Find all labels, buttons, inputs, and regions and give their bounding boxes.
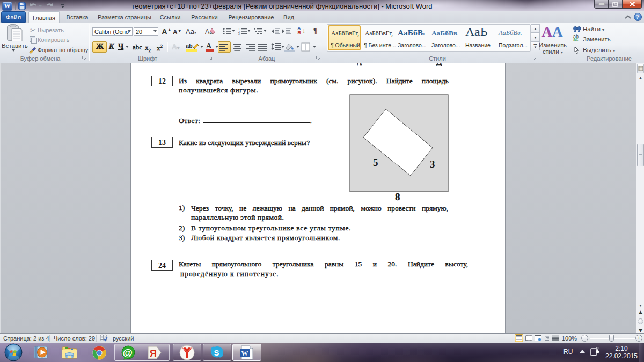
- svg-text:ab: ab: [186, 42, 193, 49]
- svg-text:W: W: [241, 349, 248, 357]
- svg-text:?: ?: [636, 14, 639, 20]
- svg-text:5: 5: [373, 157, 378, 168]
- svg-text:Я: Я: [150, 348, 157, 359]
- svg-text:@: @: [123, 347, 133, 358]
- svg-text:3: 3: [430, 158, 435, 170]
- svg-text:А: А: [206, 42, 212, 50]
- svg-text:3: 3: [238, 32, 240, 35]
- svg-text:S: S: [214, 348, 219, 357]
